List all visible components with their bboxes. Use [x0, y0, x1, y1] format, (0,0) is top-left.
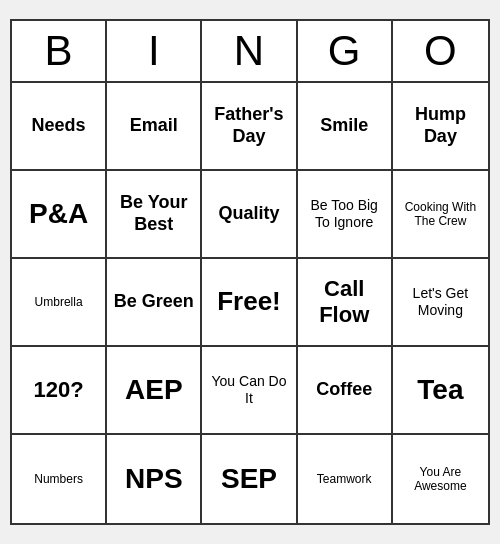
header-letter-b: B	[12, 21, 107, 81]
cell-text-17: You Can Do It	[208, 373, 289, 407]
cell-text-12: Free!	[217, 286, 281, 317]
cell-text-8: Be Too Big To Ignore	[304, 197, 385, 231]
bingo-cell-12: Free!	[202, 259, 297, 347]
cell-text-15: 120?	[34, 377, 84, 403]
cell-text-0: Needs	[32, 115, 86, 137]
bingo-cell-5: P&A	[12, 171, 107, 259]
bingo-cell-6: Be Your Best	[107, 171, 202, 259]
cell-text-7: Quality	[218, 203, 279, 225]
bingo-cell-2: Father's Day	[202, 83, 297, 171]
cell-text-16: AEP	[125, 373, 183, 407]
bingo-cell-17: You Can Do It	[202, 347, 297, 435]
cell-text-4: Hump Day	[399, 104, 482, 147]
bingo-cell-4: Hump Day	[393, 83, 488, 171]
cell-text-24: You Are Awesome	[399, 465, 482, 494]
header-letter-g: G	[298, 21, 393, 81]
header-letter-n: N	[202, 21, 297, 81]
cell-text-11: Be Green	[114, 291, 194, 313]
header-letter-i: I	[107, 21, 202, 81]
bingo-cell-23: Teamwork	[298, 435, 393, 523]
bingo-cell-14: Let's Get Moving	[393, 259, 488, 347]
bingo-cell-20: Numbers	[12, 435, 107, 523]
bingo-cell-7: Quality	[202, 171, 297, 259]
bingo-grid: NeedsEmailFather's DaySmileHump DayP&ABe…	[12, 83, 488, 523]
cell-text-2: Father's Day	[208, 104, 289, 147]
cell-text-3: Smile	[320, 115, 368, 137]
cell-text-13: Call Flow	[304, 276, 385, 329]
bingo-cell-9: Cooking With The Crew	[393, 171, 488, 259]
header-letter-o: O	[393, 21, 488, 81]
bingo-cell-19: Tea	[393, 347, 488, 435]
cell-text-9: Cooking With The Crew	[399, 200, 482, 229]
bingo-cell-8: Be Too Big To Ignore	[298, 171, 393, 259]
bingo-header: BINGO	[12, 21, 488, 83]
cell-text-22: SEP	[221, 462, 277, 496]
bingo-cell-1: Email	[107, 83, 202, 171]
cell-text-19: Tea	[417, 373, 463, 407]
cell-text-20: Numbers	[34, 472, 83, 486]
bingo-cell-11: Be Green	[107, 259, 202, 347]
cell-text-14: Let's Get Moving	[399, 285, 482, 319]
bingo-cell-3: Smile	[298, 83, 393, 171]
cell-text-18: Coffee	[316, 379, 372, 401]
bingo-card: BINGO NeedsEmailFather's DaySmileHump Da…	[10, 19, 490, 525]
bingo-cell-10: Umbrella	[12, 259, 107, 347]
cell-text-6: Be Your Best	[113, 192, 194, 235]
cell-text-5: P&A	[29, 197, 88, 231]
cell-text-21: NPS	[125, 462, 183, 496]
bingo-cell-18: Coffee	[298, 347, 393, 435]
cell-text-23: Teamwork	[317, 472, 372, 486]
bingo-cell-24: You Are Awesome	[393, 435, 488, 523]
bingo-cell-13: Call Flow	[298, 259, 393, 347]
cell-text-10: Umbrella	[35, 295, 83, 309]
bingo-cell-16: AEP	[107, 347, 202, 435]
cell-text-1: Email	[130, 115, 178, 137]
bingo-cell-21: NPS	[107, 435, 202, 523]
bingo-cell-0: Needs	[12, 83, 107, 171]
bingo-cell-15: 120?	[12, 347, 107, 435]
bingo-cell-22: SEP	[202, 435, 297, 523]
